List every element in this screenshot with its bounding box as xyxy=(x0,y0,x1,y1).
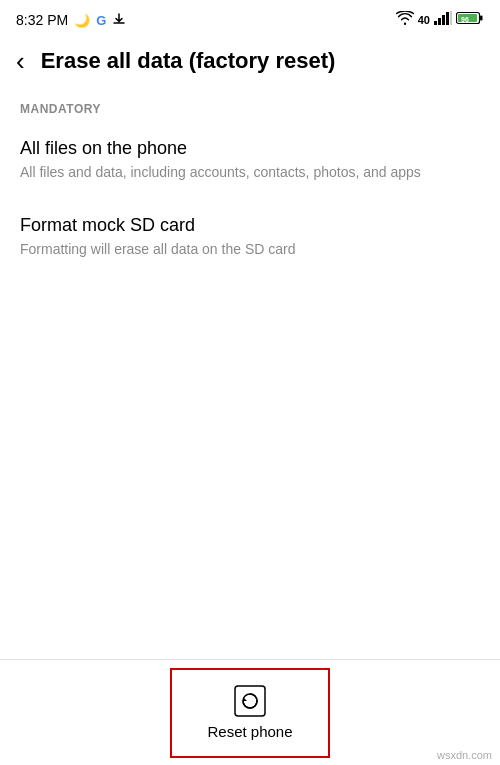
svg-rect-1 xyxy=(438,18,441,25)
list-item-files-title: All files on the phone xyxy=(20,138,480,159)
status-bar: 8:32 PM 🌙 G 40 xyxy=(0,0,500,36)
reset-phone-button[interactable]: Reset phone xyxy=(170,668,330,758)
back-button[interactable]: ‹ xyxy=(16,48,25,74)
reset-phone-container: Reset phone xyxy=(0,659,500,765)
svg-rect-6 xyxy=(480,16,483,21)
svg-rect-0 xyxy=(434,21,437,25)
download-icon xyxy=(112,12,126,29)
signal-icon xyxy=(434,11,452,29)
list-item-sdcard: Format mock SD card Formatting will eras… xyxy=(0,201,500,274)
list-item-sdcard-title: Format mock SD card xyxy=(20,215,480,236)
google-icon: G xyxy=(96,13,106,28)
status-right: 40 96 xyxy=(396,11,484,29)
status-left: 8:32 PM 🌙 G xyxy=(16,12,126,29)
svg-rect-4 xyxy=(450,11,452,25)
reset-phone-icon xyxy=(234,685,266,717)
reset-phone-label: Reset phone xyxy=(207,723,292,740)
section-label: MANDATORY xyxy=(0,86,500,124)
list-item-sdcard-desc: Formatting will erase all data on the SD… xyxy=(20,240,480,260)
header: ‹ Erase all data (factory reset) xyxy=(0,36,500,86)
svg-rect-3 xyxy=(446,12,449,25)
page-title: Erase all data (factory reset) xyxy=(41,48,484,74)
svg-rect-9 xyxy=(235,686,265,716)
status-time: 8:32 PM xyxy=(16,12,68,28)
list-item-files: All files on the phone All files and dat… xyxy=(0,124,500,197)
watermark: wsxdn.com xyxy=(437,749,492,761)
moon-icon: 🌙 xyxy=(74,13,90,28)
list-item-files-desc: All files and data, including accounts, … xyxy=(20,163,480,183)
wifi-icon xyxy=(396,11,414,29)
battery-icon: 96 xyxy=(456,11,484,29)
svg-text:96: 96 xyxy=(461,16,469,23)
network-4g-icon: 40 xyxy=(418,14,430,26)
svg-rect-2 xyxy=(442,15,445,25)
